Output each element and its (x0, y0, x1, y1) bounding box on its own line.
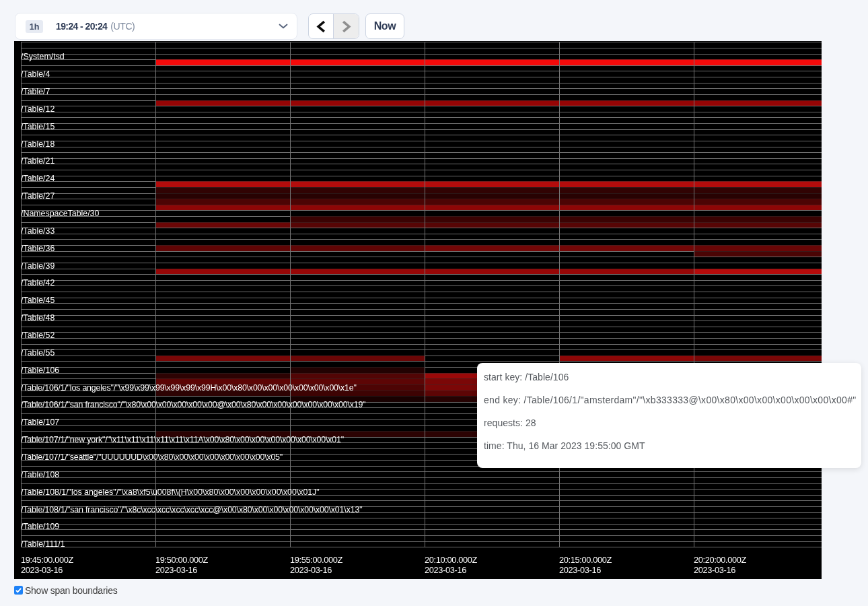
svg-text:/Table/108/1/"los angeles"/"\x: /Table/108/1/"los angeles"/"\xa8\xf5\u00… (21, 487, 320, 497)
svg-text:/Table/106/1/"los angeles"/"\x: /Table/106/1/"los angeles"/"\x99\x99\x99… (21, 383, 357, 393)
svg-text:/Table/107/1/"new york"/"\x11\: /Table/107/1/"new york"/"\x11\x11\x11\x1… (21, 435, 344, 444)
svg-text:2023-03-16: 2023-03-16 (425, 565, 466, 575)
svg-text:2023-03-16: 2023-03-16 (559, 565, 601, 575)
svg-text:2023-03-16: 2023-03-16 (290, 565, 332, 575)
svg-text:/Table/106/1/"san francisco"/": /Table/106/1/"san francisco"/"\x80\x00\x… (21, 400, 365, 409)
svg-text:/Table/24: /Table/24 (21, 174, 55, 183)
svg-text:/Table/39: /Table/39 (21, 261, 55, 271)
svg-text:/Table/109: /Table/109 (21, 522, 59, 531)
svg-text:20:20:00.000Z: 20:20:00.000Z (694, 555, 747, 565)
svg-text:2023-03-16: 2023-03-16 (21, 565, 63, 575)
svg-text:/Table/111/1: /Table/111/1 (21, 539, 65, 549)
svg-text:19:55:00.000Z: 19:55:00.000Z (290, 555, 343, 565)
svg-text:20:15:00.000Z: 20:15:00.000Z (559, 555, 612, 565)
svg-text:/Table/106: /Table/106 (21, 366, 59, 375)
svg-text:/Table/7: /Table/7 (21, 87, 50, 96)
svg-text:/Table/107: /Table/107 (21, 417, 59, 427)
svg-text:2023-03-16: 2023-03-16 (155, 565, 197, 575)
svg-text:/Table/55: /Table/55 (21, 348, 55, 358)
svg-text:/Table/45: /Table/45 (21, 296, 55, 305)
svg-text:/Table/108: /Table/108 (21, 470, 59, 479)
svg-text:/Table/27: /Table/27 (21, 191, 55, 201)
svg-text:/Table/21: /Table/21 (21, 156, 55, 166)
svg-text:/Table/4: /Table/4 (21, 69, 50, 79)
svg-text:/Table/107/1/"seattle"/"UUUUUU: /Table/107/1/"seattle"/"UUUUUUD\x00\x80\… (21, 452, 283, 462)
svg-text:/Table/33: /Table/33 (21, 226, 55, 236)
svg-text:/Table/108/1/"san francisco"/": /Table/108/1/"san francisco"/"\x8c\xcc\x… (21, 505, 362, 514)
svg-text:/NamespaceTable/30: /NamespaceTable/30 (21, 209, 100, 218)
svg-text:/Table/36: /Table/36 (21, 244, 55, 253)
svg-text:/Table/48: /Table/48 (21, 313, 55, 323)
svg-text:/Table/52: /Table/52 (21, 331, 55, 340)
svg-text:2023-03-16: 2023-03-16 (694, 565, 735, 575)
svg-text:/Table/18: /Table/18 (21, 139, 55, 149)
svg-text:/Table/42: /Table/42 (21, 278, 55, 288)
svg-text:19:50:00.000Z: 19:50:00.000Z (155, 555, 209, 565)
svg-text:19:45:00.000Z: 19:45:00.000Z (21, 555, 74, 565)
svg-text:/Table/12: /Table/12 (21, 104, 55, 114)
svg-text:/Table/15: /Table/15 (21, 122, 55, 131)
svg-text:/System/tsd: /System/tsd (21, 52, 65, 61)
svg-text:20:10:00.000Z: 20:10:00.000Z (425, 555, 478, 565)
